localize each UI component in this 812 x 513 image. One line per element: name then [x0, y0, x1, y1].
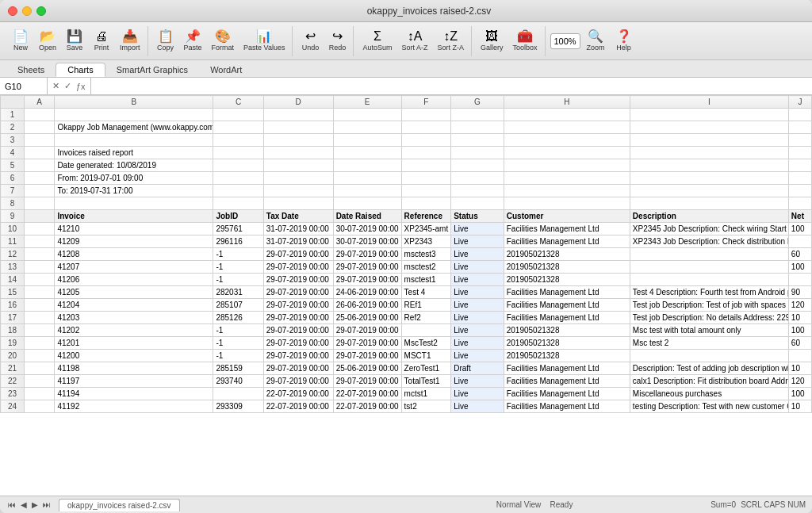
cell-1-1[interactable]: [25, 109, 55, 121]
cell-9-8[interactable]: Customer: [504, 210, 630, 223]
cell-23-4[interactable]: 22-07-2019 00:00: [263, 388, 333, 400]
cell-15-7[interactable]: Live: [451, 286, 504, 299]
cell-14-6[interactable]: msctest1: [401, 274, 451, 286]
tab-wordart[interactable]: WordArt: [199, 63, 253, 77]
cell-19-4[interactable]: 29-07-2019 00:00: [263, 337, 333, 350]
cell-2-5[interactable]: [333, 121, 401, 134]
cell-21-8[interactable]: Facilities Management Ltd: [504, 362, 630, 375]
cell-24-1[interactable]: [25, 400, 55, 413]
cell-13-5[interactable]: 29-07-2019 00:00: [333, 261, 401, 274]
cell-20-8[interactable]: 201905021328: [504, 350, 630, 362]
cell-11-1[interactable]: [25, 235, 55, 248]
cell-22-10[interactable]: 120: [788, 375, 811, 388]
cell-5-1[interactable]: [25, 159, 55, 172]
cell-21-10[interactable]: 10: [788, 362, 811, 375]
zoom-button[interactable]: 🔍 Zoom: [583, 27, 609, 56]
open-button[interactable]: 📂 Open: [35, 27, 60, 56]
cell-13-8[interactable]: 201905021328: [504, 261, 630, 274]
cell-6-10[interactable]: [788, 172, 811, 185]
cell-15-10[interactable]: 90: [788, 286, 811, 299]
cell-12-1[interactable]: [25, 248, 55, 261]
cell-6-6[interactable]: [401, 172, 451, 185]
cell-4-9[interactable]: [630, 147, 788, 159]
cell-4-3[interactable]: [213, 147, 263, 159]
cell-13-6[interactable]: msctest2: [401, 261, 451, 274]
cell-19-3[interactable]: -1: [213, 337, 263, 350]
col-header-a[interactable]: A: [25, 96, 55, 109]
cell-5-10[interactable]: [788, 159, 811, 172]
cell-4-8[interactable]: [504, 147, 630, 159]
cell-11-7[interactable]: Live: [451, 235, 504, 248]
cell-12-7[interactable]: Live: [451, 248, 504, 261]
cell-1-10[interactable]: [788, 109, 811, 121]
col-header-h[interactable]: H: [504, 96, 630, 109]
cell-7-9[interactable]: [630, 185, 788, 197]
undo-button[interactable]: ↩ Undo: [297, 27, 323, 56]
cell-16-6[interactable]: REf1: [401, 299, 451, 312]
cell-18-3[interactable]: -1: [213, 324, 263, 337]
cell-24-4[interactable]: 22-07-2019 00:00: [263, 400, 333, 413]
cell-1-5[interactable]: [333, 109, 401, 121]
cell-20-3[interactable]: -1: [213, 350, 263, 362]
cell-13-2[interactable]: 41207: [55, 261, 213, 274]
cell-22-5[interactable]: 29-07-2019 00:00: [333, 375, 401, 388]
cell-4-2[interactable]: Invoices raised report: [55, 147, 213, 159]
cell-15-6[interactable]: Test 4: [401, 286, 451, 299]
cell-22-2[interactable]: 41197: [55, 375, 213, 388]
cell-7-4[interactable]: [263, 185, 333, 197]
cell-19-8[interactable]: 201905021328: [504, 337, 630, 350]
cell-3-2[interactable]: [55, 134, 213, 147]
cell-24-3[interactable]: 293309: [213, 400, 263, 413]
cell-9-2[interactable]: Invoice: [55, 210, 213, 223]
minimize-button[interactable]: [22, 6, 32, 16]
cell-18-8[interactable]: 201905021328: [504, 324, 630, 337]
cancel-formula-icon[interactable]: ✕: [51, 81, 61, 91]
cell-9-3[interactable]: JobID: [213, 210, 263, 223]
cell-18-4[interactable]: 29-07-2019 00:00: [263, 324, 333, 337]
cell-10-4[interactable]: 31-07-2019 00:00: [263, 223, 333, 235]
cell-12-10[interactable]: 60: [788, 248, 811, 261]
copy-button[interactable]: 📋 Copy: [153, 27, 178, 56]
cell-13-9[interactable]: [630, 261, 788, 274]
cell-21-4[interactable]: 29-07-2019 00:00: [263, 362, 333, 375]
col-header-j[interactable]: J: [788, 96, 811, 109]
cell-6-1[interactable]: [25, 172, 55, 185]
cell-17-6[interactable]: Ref2: [401, 312, 451, 324]
cell-8-4[interactable]: [263, 197, 333, 210]
cell-5-9[interactable]: [630, 159, 788, 172]
cell-21-6[interactable]: ZeroTest1: [401, 362, 451, 375]
cell-13-10[interactable]: 100: [788, 261, 811, 274]
close-button[interactable]: [8, 6, 17, 16]
cell-24-8[interactable]: Facilities Management Ltd: [504, 400, 630, 413]
cell-7-3[interactable]: [213, 185, 263, 197]
cell-23-10[interactable]: 100: [788, 388, 811, 400]
prev-sheet-arrow[interactable]: ◀: [19, 500, 29, 509]
cell-2-6[interactable]: [401, 121, 451, 134]
format-button[interactable]: 🎨 Format: [208, 27, 239, 56]
tab-smartart[interactable]: SmartArt Graphics: [105, 63, 199, 77]
cell-24-5[interactable]: 22-07-2019 00:00: [333, 400, 401, 413]
cell-6-2[interactable]: From: 2019-07-01 09:00: [55, 172, 213, 185]
print-button[interactable]: 🖨 Print: [89, 27, 114, 56]
cell-8-9[interactable]: [630, 197, 788, 210]
cell-5-4[interactable]: [263, 159, 333, 172]
cell-3-7[interactable]: [451, 134, 504, 147]
cell-10-5[interactable]: 30-07-2019 00:00: [333, 223, 401, 235]
cell-16-1[interactable]: [25, 299, 55, 312]
cell-21-9[interactable]: Description: Test of adding job descript…: [630, 362, 788, 375]
cell-14-5[interactable]: 29-07-2019 00:00: [333, 274, 401, 286]
cell-7-5[interactable]: [333, 185, 401, 197]
cell-17-10[interactable]: 10: [788, 312, 811, 324]
cell-6-8[interactable]: [504, 172, 630, 185]
cell-23-3[interactable]: [213, 388, 263, 400]
cell-14-3[interactable]: -1: [213, 274, 263, 286]
cell-1-2[interactable]: [55, 109, 213, 121]
cell-8-6[interactable]: [401, 197, 451, 210]
cell-23-9[interactable]: Miscellaneous purchases: [630, 388, 788, 400]
cell-21-2[interactable]: 41198: [55, 362, 213, 375]
cell-2-4[interactable]: [263, 121, 333, 134]
cell-16-9[interactable]: Test job Description: Test of job with s…: [630, 299, 788, 312]
cell-22-7[interactable]: Live: [451, 375, 504, 388]
cell-17-4[interactable]: 29-07-2019 00:00: [263, 312, 333, 324]
cell-6-7[interactable]: [451, 172, 504, 185]
